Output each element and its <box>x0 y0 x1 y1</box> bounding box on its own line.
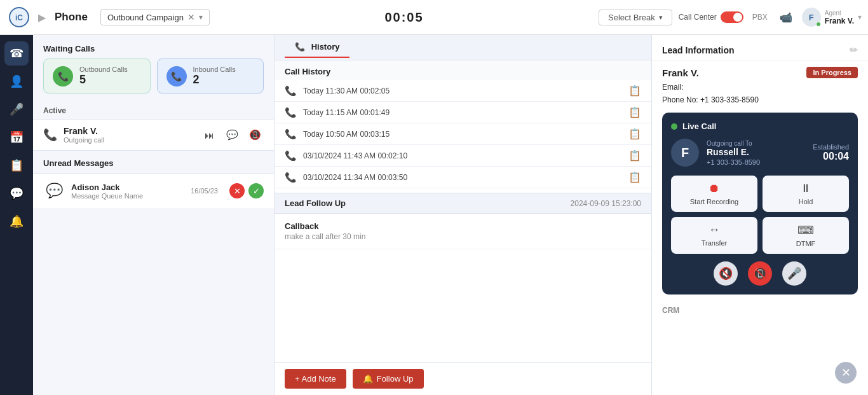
sidebar-item-contacts[interactable]: 👤 <box>4 69 29 94</box>
live-contact-name: Russell E. <box>707 147 805 157</box>
tab-history[interactable]: 📞 History <box>285 37 349 58</box>
email-label: Email: <box>662 83 683 92</box>
nav-arrow-icon: ▶ <box>38 11 46 24</box>
call-record-icon[interactable]: 📋 <box>628 85 641 97</box>
whatsapp-message-icon: 💬 <box>43 180 65 202</box>
call-datetime: Today 11:15 AM 00:01:49 <box>303 108 628 117</box>
phone-label: Phone <box>55 11 88 24</box>
select-break-button[interactable]: Select Break ▾ <box>599 10 672 25</box>
sidebar-item-notifications[interactable]: 🔔 <box>4 209 29 233</box>
unread-messages-header: Unread Messages <box>33 151 274 173</box>
campaign-selector[interactable]: Outbound Campaign ✕ ▾ <box>100 9 210 25</box>
whatsapp-icon[interactable]: 💬 <box>223 126 241 144</box>
edit-icon[interactable]: ✏ <box>850 44 858 56</box>
active-call-row: 📞 Frank V. Outgoing call ⏭ 💬 📵 <box>33 119 274 151</box>
established-time: 00:04 <box>813 151 849 162</box>
dtmf-label: DTMF <box>796 240 816 247</box>
skip-icon[interactable]: ⏭ <box>200 126 218 144</box>
call-history-row: 📞 03/10/2024 11:34 AM 00:03:50 📋 <box>275 167 651 188</box>
phone-field-row: Phone No: +1 303-335-8590 <box>652 94 868 106</box>
phone-label: Phone No: <box>662 95 698 104</box>
start-recording-button[interactable]: ⏺ Start Recording <box>671 176 757 212</box>
outgoing-label: Outgoing call To <box>707 140 805 147</box>
sidebar-item-calendar[interactable]: 📅 <box>4 125 29 149</box>
transfer-button[interactable]: ↔ Transfer <box>671 217 757 254</box>
call-datetime: 03/10/2024 11:43 AM 00:02:10 <box>303 151 628 160</box>
call-history-label: Call History <box>275 60 651 80</box>
outbound-phone-icon: 📞 <box>53 66 73 87</box>
call-datetime: 03/10/2024 11:34 AM 00:03:50 <box>303 173 628 182</box>
start-recording-label: Start Recording <box>690 198 738 205</box>
agent-chevron-icon[interactable]: ▾ <box>858 13 862 22</box>
sidebar-item-messages[interactable]: 💬 <box>4 181 29 205</box>
avatar: F <box>802 8 821 27</box>
campaign-chevron-icon[interactable]: ▾ <box>199 13 203 22</box>
call-history-row: 📞 Today 10:50 AM 00:03:15 📋 <box>275 123 651 145</box>
microphone-button[interactable]: 🎤 <box>782 261 806 286</box>
outbound-label: Outbound Calls <box>79 66 128 73</box>
mute-button[interactable]: 🔇 <box>714 261 738 286</box>
outbound-calls-card[interactable]: 📞 Outbound Calls 5 <box>43 59 151 94</box>
inbound-calls-card[interactable]: 📞 Inbound Calls 2 <box>157 59 264 94</box>
hangup-icon[interactable]: 📵 <box>246 126 264 144</box>
unread-msg-actions: ✕ ✓ <box>229 183 264 198</box>
add-note-button[interactable]: + Add Note <box>285 369 346 389</box>
call-timer: 00:05 <box>216 10 592 25</box>
active-call-actions: ⏭ 💬 📵 <box>200 126 264 144</box>
transfer-label: Transfer <box>702 239 728 247</box>
main-content: Waiting Calls 📞 Outbound Calls 5 📞 Inbou… <box>33 35 868 395</box>
status-badge: In Progress <box>806 67 858 78</box>
agent-label: Agent <box>825 10 854 17</box>
live-call-header: Live Call <box>671 121 849 131</box>
call-record-icon[interactable]: 📋 <box>628 171 641 183</box>
call-phone-icon: 📞 <box>285 85 297 97</box>
call-record-icon[interactable]: 📋 <box>628 149 641 162</box>
callback-section: Callback make a call after 30 min <box>275 214 651 249</box>
center-tabs: 📞 History <box>275 35 651 60</box>
hold-button[interactable]: ⏸ Hold <box>763 176 849 212</box>
call-history-row: 📞 Today 11:15 AM 00:01:49 📋 <box>275 102 651 123</box>
right-panel: Lead Information ✏ Frank V. In Progress … <box>652 35 868 395</box>
recording-icon: ⏺ <box>709 182 720 195</box>
call-datetime: Today 11:30 AM 00:02:05 <box>303 87 628 95</box>
inbound-phone-icon: 📞 <box>166 66 187 87</box>
end-call-button[interactable]: 📵 <box>748 261 772 286</box>
email-field-row: Email: <box>652 81 868 94</box>
phone-value: +1 303-335-8590 <box>700 95 759 104</box>
call-phone-icon: 📞 <box>285 172 297 183</box>
active-section-label: Active <box>33 102 274 119</box>
svg-text:iC: iC <box>15 13 23 22</box>
reject-message-button[interactable]: ✕ <box>229 183 245 198</box>
unread-msg-date: 16/05/23 <box>191 187 218 195</box>
callback-note: make a call after 30 min <box>285 232 641 241</box>
campaign-close-icon[interactable]: ✕ <box>187 12 195 22</box>
callback-empty-area <box>275 249 651 362</box>
sidebar-item-recording[interactable]: 🎤 <box>4 97 29 121</box>
accept-message-button[interactable]: ✓ <box>248 183 264 198</box>
follow-up-label: Follow Up <box>377 374 414 384</box>
follow-up-button[interactable]: 🔔 Follow Up <box>353 369 424 389</box>
dtmf-button[interactable]: ⌨ DTMF <box>763 217 849 254</box>
inbound-count: 2 <box>193 73 236 87</box>
callback-title: Callback <box>285 221 641 231</box>
call-phone-icon: 📞 <box>285 150 297 162</box>
live-contact-number: +1 303-335-8590 <box>707 158 805 166</box>
call-datetime: Today 10:50 AM 00:03:15 <box>303 130 628 139</box>
call-record-icon[interactable]: 📋 <box>628 106 641 118</box>
sidebar-item-reports[interactable]: 📋 <box>4 153 29 177</box>
tab-history-label: History <box>311 42 340 52</box>
video-icon[interactable]: 📹 <box>776 8 796 27</box>
unread-msg-queue: Message Queue Name <box>71 192 184 200</box>
lead-info-title: Lead Information <box>662 45 735 55</box>
lead-follow-up-bar: Lead Follow Up 2024-09-09 15:23:00 <box>275 193 651 214</box>
app-logo: iC <box>6 4 32 30</box>
transfer-icon: ↔ <box>709 223 720 237</box>
crm-label: CRM <box>652 301 868 320</box>
lead-name-row: Frank V. In Progress <box>652 60 868 81</box>
break-chevron-icon: ▾ <box>659 13 663 22</box>
call-center-toggle-switch[interactable] <box>721 11 743 23</box>
sidebar-item-phone[interactable]: ☎ <box>4 41 29 66</box>
close-live-call-button[interactable]: ✕ <box>835 362 857 384</box>
call-record-icon[interactable]: 📋 <box>628 128 641 140</box>
break-label: Select Break <box>608 13 655 22</box>
